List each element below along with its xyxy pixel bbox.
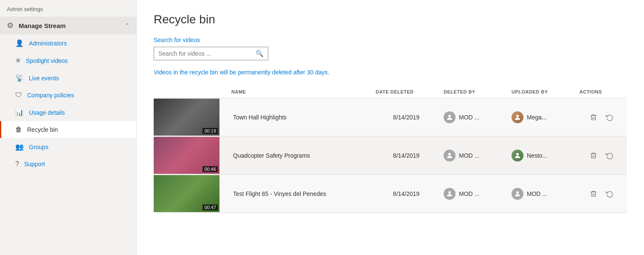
spotlight-videos-icon: ✳ — [15, 57, 21, 65]
date-deleted: 8/14/2019 — [372, 190, 440, 197]
manage-stream-label: Manage Stream — [19, 22, 125, 29]
date-deleted: 8/14/2019 — [372, 114, 440, 121]
video-duration: 00:46 — [202, 166, 218, 172]
usage-details-icon: 📊 — [15, 108, 24, 116]
recycle-bin-label: Recycle bin — [27, 126, 58, 133]
sidebar-item-recycle-bin[interactable]: 🗑Recycle bin — [0, 121, 136, 138]
restore-button[interactable] — [604, 188, 615, 199]
avatar — [512, 111, 523, 123]
delete-button[interactable] — [588, 150, 599, 161]
uploaded-by: Nesto... — [508, 150, 576, 162]
video-name: Town Hall Highlights — [228, 114, 372, 121]
deleted-by-name: MOD ... — [459, 152, 479, 159]
search-input[interactable] — [158, 50, 256, 57]
deleted-by-name: MOD ... — [459, 114, 479, 121]
col-date: DATE DELETED — [372, 89, 440, 94]
video-table: NAME DATE DELETED DELETED BY UPLOADED BY… — [154, 86, 627, 213]
svg-point-4 — [448, 191, 451, 194]
svg-point-2 — [448, 153, 451, 156]
delete-button[interactable] — [588, 188, 599, 199]
info-text: Videos in the recycle bin will be perman… — [154, 69, 627, 76]
actions — [576, 150, 627, 161]
spotlight-videos-label: Spotlight videos — [26, 57, 68, 64]
main-content: Recycle bin Search for videos 🔍 Videos i… — [137, 0, 644, 255]
usage-details-label: Usage details — [29, 109, 65, 116]
col-thumb — [154, 89, 228, 94]
sidebar-item-groups[interactable]: 👥Groups — [0, 138, 136, 156]
table-row: 00:47Test Flight 65 - Vinyes del Penedes… — [154, 175, 627, 213]
actions — [576, 188, 627, 199]
groups-label: Groups — [29, 144, 48, 150]
deleted-by: MOD ... — [440, 150, 508, 162]
restore-button[interactable] — [604, 150, 615, 161]
admin-settings-label: Admin settings — [0, 0, 136, 17]
sidebar-item-usage-details[interactable]: 📊Usage details — [0, 104, 136, 121]
uploaded-by-name: MOD ... — [527, 190, 547, 197]
avatar — [512, 150, 523, 162]
video-thumbnail[interactable]: 00:46 — [154, 137, 219, 174]
svg-point-0 — [448, 115, 451, 117]
deleted-by: MOD ... — [440, 188, 508, 200]
search-icon: 🔍 — [256, 50, 264, 57]
date-deleted: 8/14/2019 — [372, 152, 440, 159]
restore-button[interactable] — [604, 112, 615, 123]
recycle-bin-icon: 🗑 — [15, 126, 22, 133]
chevron-up-icon: ⌃ — [125, 23, 129, 28]
actions — [576, 112, 627, 123]
manage-stream-item[interactable]: ⚙ Manage Stream ⌃ — [0, 17, 136, 34]
company-policies-icon: 🛡 — [15, 91, 22, 99]
groups-icon: 👥 — [15, 143, 24, 151]
administrators-icon: 👤 — [15, 39, 24, 47]
avatar — [444, 188, 456, 200]
video-thumbnail[interactable]: 00:47 — [154, 175, 219, 212]
delete-button[interactable] — [588, 112, 599, 123]
col-actions: ACTIONS — [576, 89, 627, 94]
avatar — [444, 150, 456, 162]
sidebar-item-company-policies[interactable]: 🛡Company policies — [0, 87, 136, 104]
table-body: 00:19Town Hall Highlights8/14/2019MOD ..… — [154, 98, 627, 213]
sidebar: Admin settings ⚙ Manage Stream ⌃ 👤Admini… — [0, 0, 137, 255]
table-row: 00:46Quadcopter Safety Programs8/14/2019… — [154, 136, 627, 175]
search-label: Search for videos — [154, 37, 627, 43]
nav-items: 👤Administrators✳Spotlight videos📡Live ev… — [0, 34, 136, 173]
video-duration: 00:47 — [202, 204, 218, 210]
sidebar-item-spotlight-videos[interactable]: ✳Spotlight videos — [0, 52, 136, 69]
table-row: 00:19Town Hall Highlights8/14/2019MOD ..… — [154, 98, 627, 136]
company-policies-label: Company policies — [27, 92, 74, 99]
uploaded-by-name: Mega... — [527, 114, 547, 121]
uploaded-by: Mega... — [508, 111, 576, 123]
page-title: Recycle bin — [154, 13, 627, 26]
avatar — [444, 111, 456, 123]
uploaded-by: MOD ... — [508, 188, 576, 200]
support-icon: ? — [15, 160, 19, 168]
sidebar-item-live-events[interactable]: 📡Live events — [0, 69, 136, 87]
svg-point-3 — [516, 153, 519, 156]
video-name: Quadcopter Safety Programs — [228, 152, 372, 159]
video-name: Test Flight 65 - Vinyes del Penedes — [228, 190, 372, 197]
search-box: 🔍 — [154, 47, 268, 60]
uploaded-by-name: Nesto... — [527, 152, 547, 159]
video-duration: 00:19 — [202, 128, 218, 134]
avatar — [512, 188, 523, 200]
sidebar-item-administrators[interactable]: 👤Administrators — [0, 34, 136, 52]
deleted-by-name: MOD ... — [459, 190, 479, 197]
gear-icon: ⚙ — [7, 21, 14, 30]
col-name: NAME — [228, 89, 372, 94]
deleted-by: MOD ... — [440, 111, 508, 123]
sidebar-item-support[interactable]: ?Support — [0, 156, 136, 173]
administrators-label: Administrators — [29, 40, 67, 47]
svg-point-1 — [516, 115, 519, 117]
col-uploaded-by: UPLOADED BY — [508, 89, 576, 94]
table-header: NAME DATE DELETED DELETED BY UPLOADED BY… — [154, 86, 627, 98]
col-deleted-by: DELETED BY — [440, 89, 508, 94]
svg-point-5 — [516, 191, 519, 194]
support-label: Support — [24, 161, 45, 167]
live-events-icon: 📡 — [15, 74, 24, 82]
video-thumbnail[interactable]: 00:19 — [154, 99, 219, 136]
live-events-label: Live events — [29, 75, 59, 82]
